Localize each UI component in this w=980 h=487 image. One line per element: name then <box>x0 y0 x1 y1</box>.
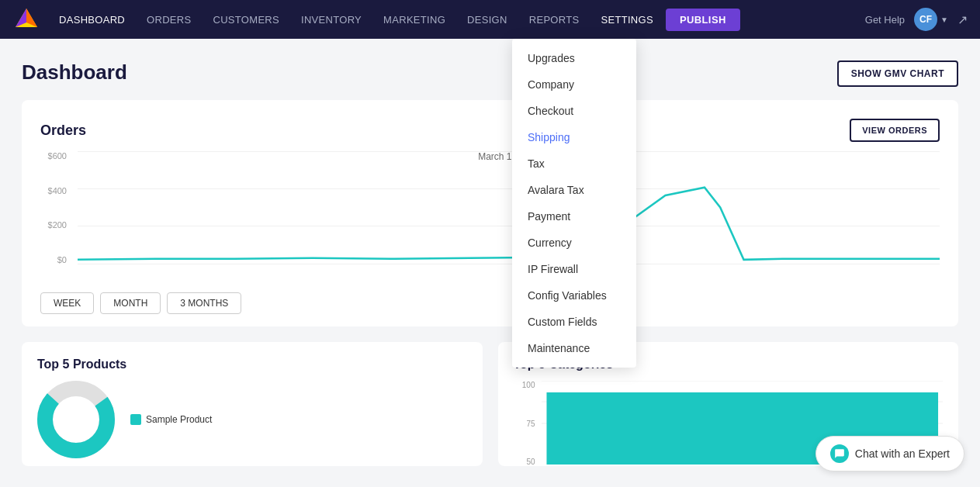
nav-item-marketing[interactable]: MARKETING <box>374 9 455 30</box>
dropdown-item-config-variables[interactable]: Config Variables <box>512 282 636 309</box>
nav-item-dashboard[interactable]: DASHBOARD <box>50 9 134 30</box>
legend-label-sample-product: Sample Product <box>146 414 212 425</box>
nav-item-settings[interactable]: SETTINGS <box>591 9 662 30</box>
chat-label: Chat with an Expert <box>855 447 950 460</box>
bar-y-label-75: 75 <box>514 420 538 428</box>
dropdown-item-checkout[interactable]: Checkout <box>512 98 636 124</box>
nav-item-inventory[interactable]: INVENTORY <box>292 9 371 30</box>
donut-area: Sample Product <box>37 381 467 458</box>
nav-item-design[interactable]: DESIGN <box>458 9 517 30</box>
y-label-400: $400 <box>48 186 67 195</box>
nav-item-customers[interactable]: CUSTOMERS <box>203 9 289 30</box>
y-label-200: $200 <box>48 220 67 230</box>
period-week-button[interactable]: WEEK <box>40 292 94 314</box>
nav-right: Get Help CF ▼ ↗ <box>865 8 968 31</box>
y-label-600: $600 <box>48 151 67 161</box>
orders-chart-area: $600 $400 $200 $0 March 18 - Apr <box>40 151 940 283</box>
bar-y-label-50: 50 <box>514 458 538 466</box>
view-orders-button[interactable]: VIEW ORDERS <box>850 119 940 142</box>
nav-item-orders[interactable]: ORDERS <box>137 9 200 30</box>
publish-button[interactable]: PUBLISH <box>666 9 740 31</box>
show-gmv-button[interactable]: SHOW GMV CHART <box>837 60 958 87</box>
dropdown-item-payment[interactable]: Payment <box>512 203 636 230</box>
dropdown-item-avalara-tax[interactable]: Avalara Tax <box>512 177 636 203</box>
period-3months-button[interactable]: 3 MONTHS <box>167 292 241 314</box>
avatar-button[interactable]: CF ▼ <box>914 8 948 31</box>
top5-products-card: Top 5 Products Sample Product <box>22 342 483 466</box>
nav-item-reports[interactable]: REPORTS <box>520 9 589 30</box>
dropdown-item-custom-fields[interactable]: Custom Fields <box>512 309 636 335</box>
get-help-link[interactable]: Get Help <box>865 14 905 26</box>
legend: Sample Product <box>130 414 212 425</box>
orders-chart-plot: March 18 - Apr <box>78 151 940 264</box>
dropdown-item-currency[interactable]: Currency <box>512 230 636 256</box>
donut-chart <box>37 381 115 458</box>
chat-icon <box>830 444 849 463</box>
dropdown-item-company[interactable]: Company <box>512 71 636 98</box>
orders-card-title: Orders <box>40 123 86 139</box>
dropdown-item-maintenance[interactable]: Maintenance <box>512 335 636 361</box>
chart-y-labels: $600 $400 $200 $0 <box>40 151 71 264</box>
orders-card-header: Orders VIEW ORDERS <box>40 119 940 142</box>
avatar: CF <box>914 8 937 31</box>
bar-y-label-100: 100 <box>514 381 538 389</box>
y-label-0: $0 <box>57 255 67 264</box>
external-link-icon[interactable]: ↗ <box>957 12 968 27</box>
orders-card: Orders VIEW ORDERS $600 $400 $200 $0 Mar… <box>22 100 958 326</box>
orders-line-chart <box>78 151 940 264</box>
top5-products-title: Top 5 Products <box>37 357 467 371</box>
period-month-button[interactable]: MONTH <box>100 292 161 314</box>
logo-icon <box>12 5 40 33</box>
period-buttons: WEEK MONTH 3 MONTHS <box>40 292 940 314</box>
bar-y-labels: 100 75 50 <box>514 381 538 466</box>
dropdown-item-tax[interactable]: Tax <box>512 150 636 177</box>
chevron-down-icon: ▼ <box>940 16 948 24</box>
dropdown-item-ip-firewall[interactable]: IP Firewall <box>512 256 636 282</box>
chat-with-expert-button[interactable]: Chat with an Expert <box>816 436 964 466</box>
dropdown-item-upgrades[interactable]: Upgrades <box>512 45 636 71</box>
legend-item-sample-product: Sample Product <box>130 414 212 425</box>
page-content: Dashboard SHOW GMV CHART Orders VIEW ORD… <box>0 39 980 466</box>
settings-dropdown: Upgrades Company Checkout Shipping Tax A… <box>512 39 636 368</box>
legend-color-sample-product <box>130 414 141 425</box>
dropdown-item-shipping[interactable]: Shipping <box>512 124 636 150</box>
page-title: Dashboard <box>22 60 958 85</box>
top-nav: DASHBOARD ORDERS CUSTOMERS INVENTORY MAR… <box>0 0 980 39</box>
